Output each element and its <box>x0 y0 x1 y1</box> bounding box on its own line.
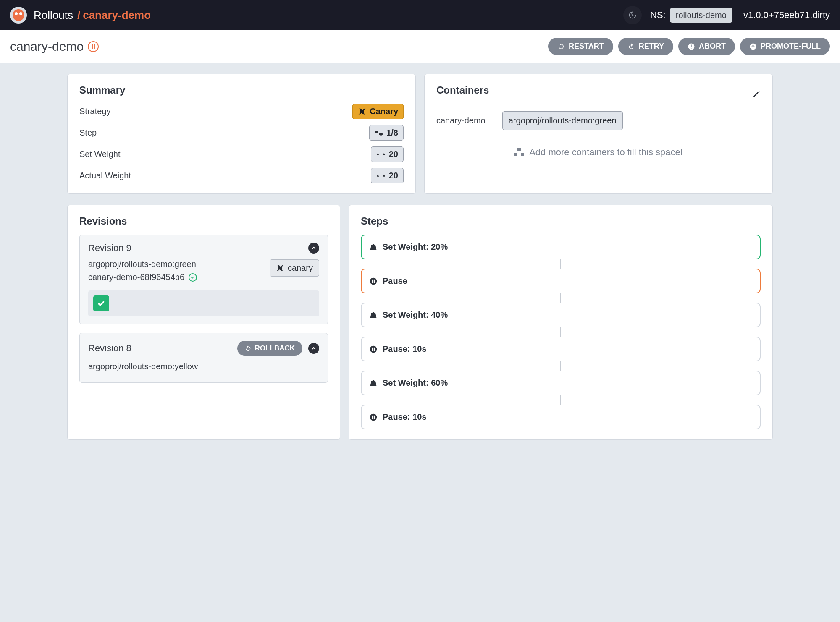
svg-rect-10 <box>372 279 373 282</box>
check-icon <box>97 299 105 308</box>
step-connector <box>560 293 561 303</box>
step-label: Pause <box>383 276 407 286</box>
summary-card: Summary Strategy Canary Step 1/8 Set Wei… <box>67 74 416 194</box>
step-item[interactable]: Pause: 10s <box>361 405 761 429</box>
balance-scale-icon <box>376 151 386 158</box>
logo[interactable] <box>10 7 27 24</box>
pause-circle-icon <box>369 413 378 421</box>
undo-icon <box>245 345 252 352</box>
summary-setweight-label: Set Weight <box>79 149 120 159</box>
pod-healthy[interactable] <box>93 295 109 311</box>
steps-card: Steps Set Weight: 20%PauseSet Weight: 40… <box>349 205 773 440</box>
dove-icon <box>358 107 366 116</box>
pause-circle-icon <box>369 345 378 353</box>
expand-toggle[interactable] <box>308 343 319 354</box>
actual-weight-value: 20 <box>389 171 398 180</box>
pods-row <box>88 290 319 316</box>
step-item[interactable]: Pause <box>361 269 761 293</box>
chevron-up-icon <box>311 345 317 351</box>
page-title: canary-demo <box>10 39 84 54</box>
svg-rect-11 <box>374 279 375 282</box>
step-label: Set Weight: 20% <box>383 242 448 252</box>
namespace-value[interactable]: rollouts-demo <box>670 8 732 23</box>
add-containers-text: Add more containers to fill this space! <box>529 147 683 158</box>
summary-step-label: Step <box>79 128 97 138</box>
topbar: Rollouts / canary-demo NS: rollouts-demo… <box>0 0 840 30</box>
revisions-title: Revisions <box>79 215 328 227</box>
arrow-up-circle-icon <box>749 43 757 50</box>
abort-button[interactable]: ABORT <box>678 38 735 55</box>
abort-label: ABORT <box>699 42 726 51</box>
revision-title: Revision 8 <box>88 343 131 354</box>
healthy-icon <box>189 273 197 282</box>
rollback-label: ROLLBACK <box>255 344 295 353</box>
pause-circle-icon <box>369 277 378 285</box>
pencil-icon <box>752 90 761 98</box>
revision-image: argoproj/rollouts-demo:green <box>88 259 197 269</box>
revision-item: Revision 9 argoproj/rollouts-demo:green … <box>79 235 328 324</box>
breadcrumb-sep: / <box>77 9 80 22</box>
summary-title: Summary <box>79 84 404 96</box>
weight-icon <box>369 379 378 387</box>
balance-scale-icon <box>376 172 386 179</box>
restart-button[interactable]: RESTART <box>548 38 613 55</box>
step-connector <box>560 259 561 269</box>
revision-rs: canary-demo-68f96454b6 <box>88 272 184 282</box>
step-item[interactable]: Pause: 10s <box>361 337 761 361</box>
status-paused-icon <box>88 41 99 52</box>
actual-weight-chip: 20 <box>371 168 404 183</box>
svg-point-9 <box>370 277 377 285</box>
collapse-toggle[interactable] <box>308 243 319 254</box>
svg-rect-16 <box>372 415 373 418</box>
revision-image: argoproj/rollouts-demo:yellow <box>88 362 319 371</box>
svg-rect-2 <box>691 48 692 49</box>
strategy-value: Canary <box>370 107 398 116</box>
sync-icon <box>557 43 565 50</box>
promote-full-label: PROMOTE-FULL <box>761 42 821 51</box>
svg-point-5 <box>379 133 383 136</box>
containers-card: Containers canary-demo argoproj/rollouts… <box>424 74 773 194</box>
step-item[interactable]: Set Weight: 20% <box>361 235 761 259</box>
version-label: v1.0.0+75eeb71.dirty <box>743 10 830 21</box>
edit-containers-button[interactable] <box>752 90 761 98</box>
step-value: 1/8 <box>386 128 398 138</box>
step-item[interactable]: Set Weight: 40% <box>361 303 761 327</box>
brand-title[interactable]: Rollouts <box>34 9 73 22</box>
step-connector <box>560 395 561 405</box>
weight-icon <box>369 243 378 251</box>
svg-rect-6 <box>517 148 521 151</box>
revision-tag-label: canary <box>288 263 313 273</box>
svg-rect-8 <box>521 153 524 156</box>
svg-rect-17 <box>374 415 375 418</box>
container-image[interactable]: argoproj/rollouts-demo:green <box>502 111 623 130</box>
svg-rect-7 <box>514 153 517 156</box>
breadcrumb-current[interactable]: canary-demo <box>83 9 151 22</box>
step-connector <box>560 361 561 371</box>
weight-icon <box>369 311 378 319</box>
revision-tag: canary <box>270 259 319 277</box>
restart-label: RESTART <box>569 42 604 51</box>
redo-icon <box>627 43 635 50</box>
svg-point-4 <box>375 131 378 133</box>
svg-point-15 <box>370 413 377 421</box>
step-label: Set Weight: 60% <box>383 378 448 388</box>
retry-button[interactable]: RETRY <box>618 38 673 55</box>
set-weight-chip: 20 <box>371 146 404 162</box>
rollback-button[interactable]: ROLLBACK <box>237 341 302 356</box>
theme-toggle[interactable] <box>623 6 642 24</box>
svg-point-12 <box>370 345 377 353</box>
summary-strategy-label: Strategy <box>79 107 110 116</box>
add-containers-hint: Add more containers to fill this space! <box>436 147 761 158</box>
namespace-label: NS: <box>650 10 666 21</box>
step-item[interactable]: Set Weight: 60% <box>361 371 761 395</box>
subheader: canary-demo RESTART RETRY ABORT PROMOTE-… <box>0 30 840 63</box>
promote-full-button[interactable]: PROMOTE-FULL <box>740 38 830 55</box>
exclaim-circle-icon <box>688 43 695 50</box>
set-weight-value: 20 <box>389 149 398 159</box>
container-row: canary-demo argoproj/rollouts-demo:green <box>436 111 761 130</box>
strategy-chip: Canary <box>352 104 404 119</box>
step-connector <box>560 327 561 337</box>
boxes-icon <box>514 148 524 157</box>
dove-icon <box>276 264 284 272</box>
steps-title: Steps <box>361 215 761 227</box>
